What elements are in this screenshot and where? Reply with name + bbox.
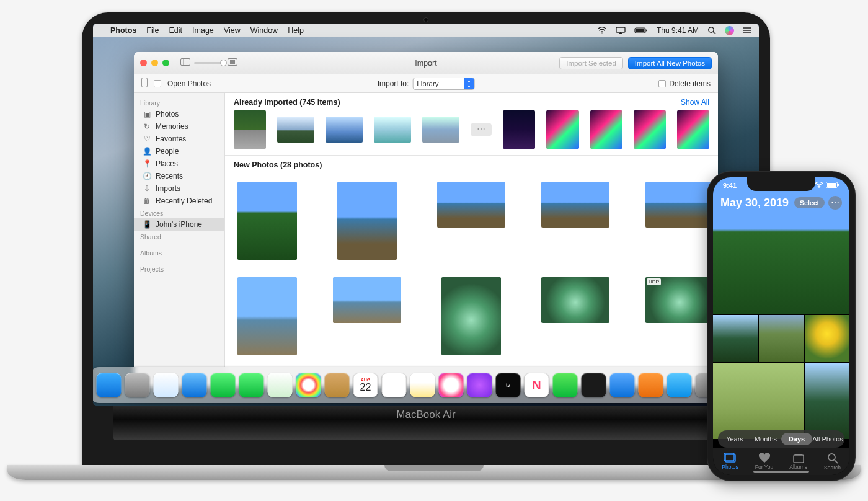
seg-years[interactable]: Years: [719, 433, 750, 445]
thumbnail[interactable]: [337, 182, 397, 260]
thumbnail[interactable]: [541, 182, 609, 228]
thumbnail[interactable]: [237, 182, 297, 260]
sidebar-item-imports[interactable]: ⇩Imports: [134, 182, 224, 195]
dock-photos-icon[interactable]: [296, 373, 321, 397]
dock-keynote-icon[interactable]: [610, 373, 635, 397]
wifi-icon[interactable]: [597, 27, 607, 34]
menubar-item-edit[interactable]: Edit: [169, 26, 183, 35]
dock-safari-icon[interactable]: [154, 373, 179, 397]
ios-view-segmented[interactable]: Years Months Days All Photos: [718, 430, 844, 448]
thumbnail[interactable]: [441, 277, 501, 355]
sidebar-header-shared[interactable]: Shared: [134, 231, 224, 242]
import-selected-button[interactable]: Import Selected: [559, 57, 623, 69]
dock-tv-icon[interactable]: tv: [496, 373, 521, 397]
import-all-new-button[interactable]: Import All New Photos: [628, 57, 712, 69]
dock-launchpad-icon[interactable]: [125, 373, 150, 397]
menubar-item-help[interactable]: Help: [288, 26, 304, 35]
sidebar-item-recently-deleted[interactable]: 🗑Recently Deleted: [134, 195, 224, 207]
menubar-item-view[interactable]: View: [224, 26, 241, 35]
ios-more-button[interactable]: ⋯: [828, 196, 842, 210]
thumbnail[interactable]: [374, 117, 411, 143]
seg-days[interactable]: Days: [781, 433, 812, 445]
dock-news-icon[interactable]: N: [525, 373, 549, 397]
thumbnail[interactable]: [277, 117, 314, 143]
ios-select-button[interactable]: Select: [794, 197, 825, 208]
clock-icon: 🕘: [143, 172, 151, 180]
thumbnail[interactable]: [422, 117, 459, 143]
dock-contacts-icon[interactable]: [325, 373, 350, 397]
menubar-app-name[interactable]: Photos: [110, 26, 136, 35]
thumbnail[interactable]: [645, 182, 714, 228]
thumbnail[interactable]: [677, 110, 709, 149]
menubar-item-image[interactable]: Image: [192, 26, 214, 35]
thumbnail-zoom-slider[interactable]: [194, 62, 224, 64]
sidebar-item-recents[interactable]: 🕘Recents: [134, 170, 224, 182]
import-to-select[interactable]: Library ▲▼: [412, 78, 474, 90]
dock-music-icon[interactable]: [439, 373, 464, 397]
thumbnail[interactable]: [503, 110, 535, 149]
sidebar-item-favorites[interactable]: ♡Favorites: [134, 133, 224, 145]
thumbnail[interactable]: [237, 277, 297, 355]
thumbnail[interactable]: [590, 110, 622, 149]
battery-icon[interactable]: [634, 27, 648, 34]
zoom-button[interactable]: [162, 60, 169, 66]
ios-home-indicator[interactable]: [753, 471, 809, 473]
sidebar-item-people[interactable]: 👤People: [134, 145, 224, 157]
dock-maps-icon[interactable]: [268, 373, 293, 397]
aspect-toggle-icon[interactable]: [228, 58, 237, 68]
tab-photos[interactable]: Photos: [713, 448, 747, 475]
close-button[interactable]: [140, 60, 147, 66]
thumbnail[interactable]: [546, 110, 578, 149]
thumbnail[interactable]: [541, 277, 609, 323]
minimize-button[interactable]: [151, 60, 158, 66]
sidebar-item-memories[interactable]: ↻Memories: [134, 120, 224, 133]
sidebar-item-places[interactable]: 📍Places: [134, 157, 224, 170]
svg-rect-4: [646, 30, 647, 32]
dock-podcasts-icon[interactable]: [467, 373, 492, 397]
dock-mail-icon[interactable]: [182, 373, 207, 397]
thumbnail[interactable]: [634, 110, 666, 149]
airplay-icon[interactable]: [616, 27, 626, 34]
sidebar-item-photos[interactable]: ▣Photos: [134, 108, 224, 120]
ios-photo-tile[interactable]: [759, 315, 804, 362]
dock-numbers-icon[interactable]: [553, 373, 578, 397]
notification-center-icon[interactable]: [743, 27, 751, 34]
ios-photo-tile[interactable]: [805, 315, 849, 362]
siri-icon[interactable]: [725, 26, 734, 35]
sidebar-header-albums[interactable]: Albums: [134, 247, 224, 258]
import-to-label: Import to:: [378, 79, 409, 88]
sidebar-header-projects[interactable]: Projects: [134, 263, 224, 274]
ios-photo-tile[interactable]: [713, 363, 804, 439]
thumbnail[interactable]: HDR: [645, 277, 714, 323]
ios-photo-tile[interactable]: [805, 363, 849, 439]
open-photos-checkbox[interactable]: [154, 80, 161, 87]
dock-stocks-icon[interactable]: [582, 373, 606, 397]
dock-calendar-icon[interactable]: AUG22: [353, 373, 378, 397]
svg-point-0: [601, 33, 603, 34]
seg-months[interactable]: Months: [750, 433, 781, 445]
dock-facetime-icon[interactable]: [239, 373, 264, 397]
tab-search[interactable]: Search: [815, 448, 849, 475]
menubar-item-file[interactable]: File: [146, 26, 159, 35]
seg-all[interactable]: All Photos: [812, 433, 843, 445]
thumbnail[interactable]: [234, 110, 266, 149]
thumbnail[interactable]: [326, 117, 363, 143]
menubar-clock[interactable]: Thu 9:41 AM: [657, 26, 699, 35]
import-to-value: Library: [413, 80, 464, 87]
more-thumbnails-button[interactable]: ⋯: [471, 123, 492, 136]
menubar-item-window[interactable]: Window: [250, 26, 278, 35]
dock-appstore-icon[interactable]: [667, 373, 692, 397]
dock-messages-icon[interactable]: [211, 373, 236, 397]
dock-finder-icon[interactable]: [97, 373, 122, 397]
spotlight-icon[interactable]: [707, 26, 716, 35]
dock-pages-icon[interactable]: [639, 373, 663, 397]
dock-reminders-icon[interactable]: [382, 373, 407, 397]
delete-items-checkbox[interactable]: [658, 80, 666, 87]
ios-photo-tile[interactable]: [713, 315, 758, 362]
show-all-link[interactable]: Show All: [681, 98, 709, 107]
sidebar-toggle-icon[interactable]: [180, 58, 190, 68]
dock-notes-icon[interactable]: [410, 373, 435, 397]
thumbnail[interactable]: [437, 182, 505, 228]
thumbnail[interactable]: [333, 277, 401, 323]
sidebar-item-device[interactable]: 📱John's iPhone: [134, 218, 224, 231]
